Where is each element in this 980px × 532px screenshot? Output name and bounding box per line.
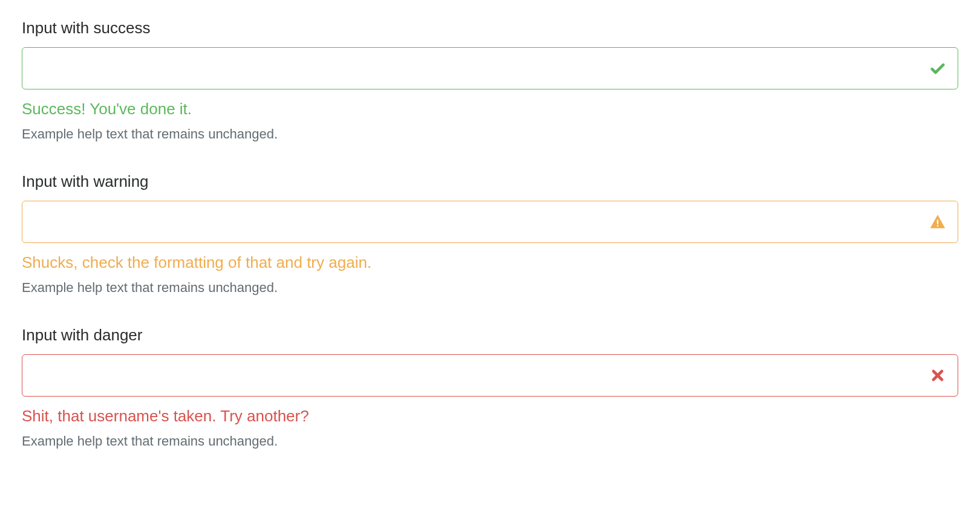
help-danger: Example help text that remains unchanged… (22, 433, 958, 450)
input-wrap-danger (22, 354, 958, 397)
group-success: Input with success Success! You've done … (22, 18, 958, 143)
feedback-success: Success! You've done it. (22, 99, 958, 120)
feedback-warning: Shucks, check the formatting of that and… (22, 253, 958, 273)
feedback-danger: Shit, that username's taken. Try another… (22, 406, 958, 427)
input-warning[interactable] (22, 201, 958, 243)
form-validation-example: Input with success Success! You've done … (0, 0, 980, 528)
input-wrap-warning (22, 201, 958, 243)
input-success[interactable] (22, 47, 958, 89)
help-success: Example help text that remains unchanged… (22, 126, 958, 143)
group-danger: Input with danger Shit, that username's … (22, 325, 958, 450)
help-warning: Example help text that remains unchanged… (22, 279, 958, 297)
input-danger[interactable] (22, 354, 958, 397)
label-danger: Input with danger (22, 325, 958, 346)
label-warning: Input with warning (22, 172, 958, 192)
label-success: Input with success (22, 18, 958, 39)
input-wrap-success (22, 47, 958, 89)
group-warning: Input with warning Shucks, check the for… (22, 172, 958, 296)
